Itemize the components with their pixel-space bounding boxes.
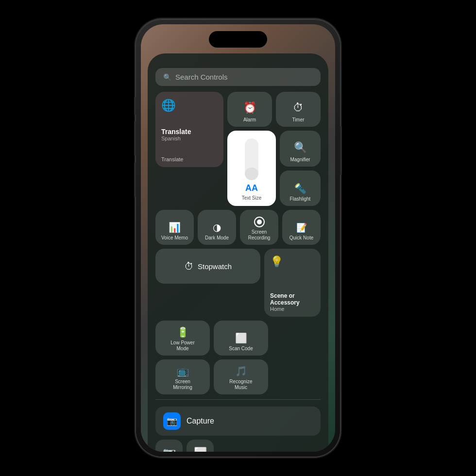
- phone-frame: 🔍 Search Controls 🌐 Translate Spanish Tr…: [136, 19, 340, 457]
- quick-note-label: Quick Note: [289, 235, 313, 241]
- scan-code-tile[interactable]: ⬜ Scan Code: [214, 321, 268, 356]
- dynamic-island: [209, 31, 267, 48]
- bottom-icon-2-icon: ⬜: [194, 447, 207, 452]
- translate-icon: 🌐: [161, 99, 176, 112]
- recognize-music-tile[interactable]: 🎵 RecognizeMusic: [214, 359, 268, 394]
- alarm-icon: ⏰: [243, 102, 256, 114]
- translate-tile[interactable]: 🌐 Translate Spanish Translate: [155, 92, 223, 167]
- magnifier-label: Magnifier: [290, 157, 310, 163]
- voice-memo-icon: 📊: [169, 221, 181, 233]
- screen-recording-label: ScreenRecording: [248, 229, 271, 241]
- screen-rec-dot: [257, 220, 262, 224]
- row-5-spacer: [272, 359, 321, 394]
- controls-grid: 🌐 Translate Spanish Translate ⏰: [155, 92, 321, 452]
- stopwatch-tile[interactable]: ⏱ Stopwatch: [155, 249, 260, 284]
- text-size-tile[interactable]: AA Text Size: [227, 131, 276, 206]
- quick-note-icon: 📝: [296, 222, 307, 233]
- stopwatch-icon: ⏱: [184, 261, 194, 272]
- bottom-icon-2[interactable]: ⬜: [187, 440, 214, 452]
- recognize-music-label: RecognizeMusic: [229, 379, 252, 391]
- mute-button[interactable]: [134, 97, 136, 115]
- capture-label: Capture: [187, 417, 214, 425]
- search-input[interactable]: Search Controls: [175, 73, 228, 81]
- screen-recording-tile[interactable]: ScreenRecording: [240, 210, 278, 245]
- home-scene: Scene or Accessory: [270, 292, 315, 306]
- low-power-tile[interactable]: 🔋 Low PowerMode: [155, 321, 210, 356]
- control-center-panel: 🔍 Search Controls 🌐 Translate Spanish Tr…: [148, 53, 328, 452]
- low-power-icon: 🔋: [177, 326, 189, 338]
- capture-icon-bg: 📷: [163, 412, 181, 430]
- screen-mirroring-tile[interactable]: 📺 ScreenMirroring: [155, 359, 210, 394]
- dark-mode-icon: ◑: [213, 221, 221, 233]
- row-5: 📺 ScreenMirroring 🎵 RecognizeMusic: [155, 359, 321, 394]
- alarm-tile[interactable]: ⏰ Alarm: [227, 92, 272, 127]
- dark-mode-label: Dark Mode: [205, 235, 229, 241]
- translate-sublabel: Spanish: [161, 136, 191, 141]
- timer-label: Timer: [292, 117, 304, 123]
- volume-down-button[interactable]: [134, 163, 136, 197]
- low-power-label: Low PowerMode: [170, 340, 194, 352]
- flashlight-icon: 🔦: [294, 183, 306, 194]
- recognize-music-icon: 🎵: [235, 365, 247, 377]
- home-icon: 💡: [270, 255, 283, 268]
- search-bar[interactable]: 🔍 Search Controls: [155, 68, 321, 86]
- timer-tile[interactable]: ⏱ Timer: [276, 92, 321, 127]
- text-size-fill: [245, 168, 258, 180]
- row-4: 🔋 Low PowerMode ⬜ Scan Code: [155, 321, 321, 356]
- text-size-bar: [245, 138, 258, 180]
- screen-mirroring-label: ScreenMirroring: [173, 379, 192, 391]
- bottom-icon-1-icon: 📷: [163, 447, 176, 452]
- alarm-timer-row: ⏰ Alarm ⏱ Timer: [227, 92, 321, 127]
- right-column: ⏰ Alarm ⏱ Timer: [227, 92, 321, 206]
- capture-icon: 📷: [167, 416, 177, 426]
- magnifier-tile[interactable]: 🔍 Magnifier: [280, 131, 321, 167]
- capture-section[interactable]: 📷 Capture: [155, 407, 321, 436]
- dark-mode-tile[interactable]: ◑ Dark Mode: [198, 210, 236, 245]
- volume-up-button[interactable]: [134, 121, 136, 155]
- mid-right-section: AA Text Size 🔍 Magnifier 🔦: [227, 131, 321, 206]
- alarm-label: Alarm: [243, 117, 256, 123]
- scan-code-icon: ⬜: [235, 332, 247, 344]
- bottom-icon-1[interactable]: 📷: [155, 440, 183, 452]
- row-2: 📊 Voice Memo ◑ Dark Mode ScreenRecording: [155, 210, 321, 245]
- scan-code-label: Scan Code: [229, 346, 253, 352]
- row-1: 🌐 Translate Spanish Translate ⏰: [155, 92, 321, 206]
- row-4-spacer: [272, 321, 321, 356]
- screen-rec-icon: [254, 217, 265, 227]
- separator: [155, 399, 321, 400]
- search-icon: 🔍: [163, 73, 171, 81]
- flashlight-tile[interactable]: 🔦 Flashlight: [280, 170, 321, 206]
- magnifier-icon: 🔍: [294, 141, 307, 154]
- timer-icon: ⏱: [293, 102, 304, 114]
- stopwatch-label: Stopwatch: [198, 262, 232, 271]
- voice-memo-label: Voice Memo: [161, 235, 188, 241]
- phone-screen: 🔍 Search Controls 🌐 Translate Spanish Tr…: [141, 24, 335, 452]
- bottom-icons-row: 📷 ⬜: [155, 440, 321, 452]
- quick-note-tile[interactable]: 📝 Quick Note: [282, 210, 321, 245]
- translate-footer: Translate: [161, 156, 183, 162]
- power-button[interactable]: [340, 126, 342, 175]
- home-label: Home: [270, 306, 315, 312]
- mag-flash-col: 🔍 Magnifier 🔦 Flashlight: [280, 131, 321, 206]
- home-tile[interactable]: 💡 Scene or Accessory Home: [264, 249, 321, 317]
- flashlight-label: Flashlight: [290, 196, 311, 202]
- row-3: ⏱ Stopwatch 💡 Scene or Accessory Home: [155, 249, 321, 317]
- text-size-aa-label: AA: [245, 183, 258, 193]
- screen-mirroring-icon: 📺: [177, 365, 189, 377]
- translate-title: Translate: [161, 128, 191, 136]
- voice-memo-tile[interactable]: 📊 Voice Memo: [155, 210, 194, 245]
- text-size-label: Text Size: [242, 195, 262, 201]
